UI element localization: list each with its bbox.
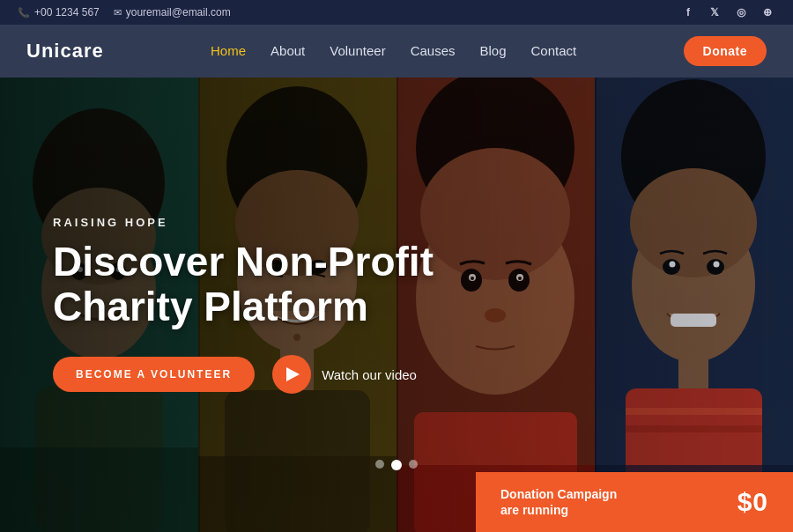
topbar-phone: 📞 +00 1234 567 [18,6,100,18]
volunteer-button[interactable]: BECOME A VOLUNTEER [53,357,255,392]
slider-dot-3[interactable] [409,460,418,469]
nav-item-causes[interactable]: Causes [411,43,456,59]
phone-icon: 📞 [18,7,30,18]
donation-banner: Donation Campaign are running $0 [476,472,793,532]
topbar-contact: 📞 +00 1234 567 ✉ youremail@email.com [18,6,231,18]
hero-actions: BECOME A VOLUNTEER Watch our video [53,355,434,394]
donation-text: Donation Campaign are running [500,486,617,518]
donation-amount: $0 [737,487,768,517]
donate-button[interactable]: Donate [684,36,767,66]
topbar-email: ✉ youremail@email.com [114,6,231,18]
nav-item-contact[interactable]: Contact [531,43,577,59]
nav-item-home[interactable]: Home [211,43,246,59]
nav-item-blog[interactable]: Blog [480,43,507,59]
hero-title: Discover Non-Profit Charity Platform [53,240,434,329]
hero-section: RAISING HOPE Discover Non-Profit Charity… [0,78,793,532]
slider-dot-1[interactable] [375,460,384,469]
brand-logo: Unicare [26,40,104,63]
panel-divider-3 [595,78,597,532]
watch-label: Watch our video [322,367,417,382]
dribbble-icon: ⊕ [763,6,772,18]
hero-tagline: RAISING HOPE [53,216,434,229]
slider-dots [375,460,418,470]
nav-link-volunteer[interactable]: Volunteer [330,43,385,58]
facebook-icon: f [686,6,690,18]
email-icon: ✉ [114,7,122,18]
dribbble-link[interactable]: ⊕ [760,4,775,20]
nav-menu: Home About Volunteer Causes Blog Contact [211,43,576,59]
facebook-link[interactable]: f [680,4,696,20]
topbar: 📞 +00 1234 567 ✉ youremail@email.com f 𝕏… [0,0,793,25]
instagram-link[interactable]: ◎ [733,4,749,20]
slider-dot-2[interactable] [391,460,402,470]
donation-text-line2: are running [500,503,568,517]
nav-item-volunteer[interactable]: Volunteer [330,43,385,59]
hero-title-line1: Discover Non-Profit [53,239,434,284]
nav-link-home[interactable]: Home [211,43,246,58]
nav-item-about[interactable]: About [271,43,305,59]
nav-link-causes[interactable]: Causes [411,43,456,58]
twitter-link[interactable]: 𝕏 [707,4,723,20]
hero-title-line2: Charity Platform [53,284,368,329]
donation-text-line1: Donation Campaign [500,487,617,501]
twitter-icon: 𝕏 [710,6,719,18]
topbar-social: f 𝕏 ◎ ⊕ [680,4,775,20]
play-icon[interactable] [272,355,311,394]
hero-content: RAISING HOPE Discover Non-Profit Charity… [53,216,434,394]
instagram-icon: ◎ [737,6,745,18]
navbar: Unicare Home About Volunteer Causes Blog… [0,25,793,78]
watch-video-button[interactable]: Watch our video [272,355,417,394]
nav-link-about[interactable]: About [271,43,305,58]
nav-link-blog[interactable]: Blog [480,43,507,58]
nav-link-contact[interactable]: Contact [531,43,577,58]
